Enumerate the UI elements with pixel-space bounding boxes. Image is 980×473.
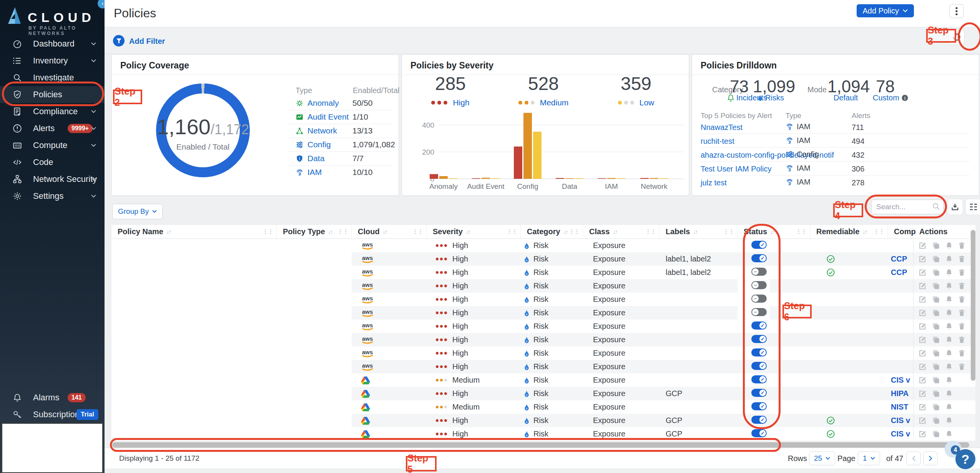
edit-policy-button[interactable] <box>918 389 927 398</box>
add-filter-label[interactable]: Add Filter <box>129 37 165 46</box>
clone-policy-button[interactable] <box>932 349 940 358</box>
edit-policy-button[interactable] <box>918 403 927 411</box>
column-header-category[interactable]: Category ↓↑⋮⋮ <box>521 225 583 238</box>
download-button[interactable] <box>947 199 963 215</box>
sort-icon[interactable]: ↓↑ <box>770 228 774 235</box>
edit-policy-button[interactable] <box>918 281 927 290</box>
compliance-link[interactable]: CCP <box>891 268 907 277</box>
edit-policy-button[interactable] <box>918 416 927 425</box>
edit-policy-button[interactable] <box>918 268 927 277</box>
clone-policy-button[interactable] <box>932 281 940 290</box>
alert-rule-button[interactable] <box>945 389 953 398</box>
policy-name-link[interactable]: julz test <box>701 178 727 187</box>
column-header-policy-type[interactable]: Policy Type ↓↑⋮⋮ <box>277 225 352 238</box>
alert-rule-button[interactable] <box>945 308 953 317</box>
clone-policy-button[interactable] <box>932 430 940 438</box>
edit-policy-button[interactable] <box>918 335 927 344</box>
sort-icon[interactable]: ↓↑ <box>563 228 568 235</box>
status-toggle[interactable]: − <box>751 295 767 303</box>
status-toggle[interactable]: ✓ <box>751 362 767 370</box>
horizontal-scrollbar[interactable] <box>112 442 969 448</box>
sidebar-item-dashboard[interactable]: Dashboard <box>0 35 105 52</box>
alert-rule-button[interactable] <box>945 349 953 358</box>
sidebar-item-settings[interactable]: Settings <box>0 188 105 205</box>
alert-rule-button[interactable] <box>945 376 953 385</box>
sidebar-item-investigate[interactable]: Investigate <box>0 69 105 86</box>
status-toggle[interactable]: − <box>751 268 767 276</box>
status-toggle[interactable]: − <box>751 281 767 289</box>
status-toggle[interactable]: ✓ <box>751 416 767 424</box>
default-link[interactable]: Default <box>834 93 858 102</box>
sort-icon[interactable]: ↓↑ <box>383 228 387 235</box>
drag-handle-icon[interactable]: ⋮⋮ <box>796 228 807 235</box>
delete-policy-button[interactable] <box>958 335 966 344</box>
status-toggle[interactable]: − <box>751 308 767 316</box>
delete-policy-button[interactable] <box>958 362 966 371</box>
custom-link[interactable]: Custom i <box>873 93 908 102</box>
column-header-labels[interactable]: Labels ↓↑⋮⋮ <box>659 225 737 238</box>
status-toggle[interactable]: ✓ <box>751 402 767 410</box>
clone-policy-button[interactable] <box>932 255 940 263</box>
more-options-button[interactable] <box>949 4 964 18</box>
edit-policy-button[interactable] <box>918 376 927 385</box>
sidebar-item-code[interactable]: Code <box>0 154 105 171</box>
status-toggle[interactable]: ✓ <box>751 254 767 262</box>
clone-policy-button[interactable] <box>932 362 940 371</box>
edit-policy-button[interactable] <box>918 349 927 358</box>
alert-rule-button[interactable] <box>945 403 953 411</box>
coverage-type-link[interactable]: IAM <box>307 168 322 177</box>
compliance-link[interactable]: HIPA <box>891 389 909 398</box>
sidebar-item-network-security[interactable]: Network Security <box>0 171 105 188</box>
alert-rule-button[interactable] <box>945 362 953 371</box>
clone-policy-button[interactable] <box>932 241 940 250</box>
edit-policy-button[interactable] <box>918 362 927 371</box>
drag-handle-icon[interactable]: ⋮⋮ <box>507 228 517 235</box>
status-toggle[interactable]: ✓ <box>751 389 767 397</box>
sort-icon[interactable]: ↓↑ <box>613 228 617 235</box>
drag-handle-icon[interactable]: ⋮⋮ <box>645 228 656 235</box>
delete-policy-button[interactable] <box>958 308 966 317</box>
sort-icon[interactable]: ↓↑ <box>166 228 171 235</box>
edit-policy-button[interactable] <box>918 308 927 317</box>
status-toggle[interactable]: ✓ <box>751 429 767 437</box>
clone-policy-button[interactable] <box>932 295 940 304</box>
coverage-type-link[interactable]: Data <box>307 154 324 163</box>
status-toggle[interactable]: ✓ <box>751 321 767 330</box>
alert-rule-button[interactable] <box>945 416 953 425</box>
edit-policy-button[interactable] <box>918 430 927 438</box>
delete-policy-button[interactable] <box>958 281 966 290</box>
column-header-severity[interactable]: Severity ↓↑⋮⋮ <box>427 225 521 238</box>
sort-icon[interactable]: ↓↑ <box>693 228 697 235</box>
sidebar-item-compliance[interactable]: Compliance <box>0 103 105 120</box>
column-header-cloud[interactable]: Cloud ↓↑⋮⋮ <box>352 225 427 238</box>
coverage-type-link[interactable]: Audit Event <box>307 112 349 122</box>
delete-policy-button[interactable] <box>958 241 966 250</box>
sidebar-item-inventory[interactable]: Inventory <box>0 52 105 69</box>
edit-policy-button[interactable] <box>918 241 927 250</box>
drag-handle-icon[interactable]: ⋮⋮ <box>569 228 580 235</box>
table-columns-button[interactable] <box>965 199 980 215</box>
clone-policy-button[interactable] <box>932 268 940 277</box>
add-filter-button[interactable] <box>113 35 125 47</box>
drag-handle-icon[interactable]: ⋮⋮ <box>262 228 273 235</box>
sidebar-item-compute[interactable]: Compute <box>0 137 105 154</box>
delete-policy-button[interactable] <box>958 295 966 304</box>
drag-handle-icon[interactable]: ⋮⋮ <box>874 228 884 235</box>
delete-policy-button[interactable] <box>958 322 966 331</box>
edit-policy-button[interactable] <box>918 255 927 263</box>
clone-policy-button[interactable] <box>932 322 940 331</box>
drag-handle-icon[interactable]: ⋮⋮ <box>337 228 348 235</box>
drag-handle-icon[interactable]: ⋮⋮ <box>412 228 423 235</box>
sort-icon[interactable]: ↓↑ <box>466 228 470 235</box>
clone-policy-button[interactable] <box>932 308 940 317</box>
clone-policy-button[interactable] <box>932 416 940 425</box>
rows-per-page-select[interactable]: 25 <box>809 451 835 465</box>
reset-filters-button[interactable] <box>948 29 965 45</box>
clone-policy-button[interactable] <box>932 403 940 411</box>
compliance-link[interactable]: CIS v <box>891 376 910 385</box>
alert-rule-button[interactable] <box>945 268 953 277</box>
compliance-link[interactable]: CCP <box>891 255 907 263</box>
edit-policy-button[interactable] <box>918 295 927 304</box>
delete-policy-button[interactable] <box>958 349 966 358</box>
column-header-class[interactable]: Class ↓↑⋮⋮ <box>583 225 659 238</box>
